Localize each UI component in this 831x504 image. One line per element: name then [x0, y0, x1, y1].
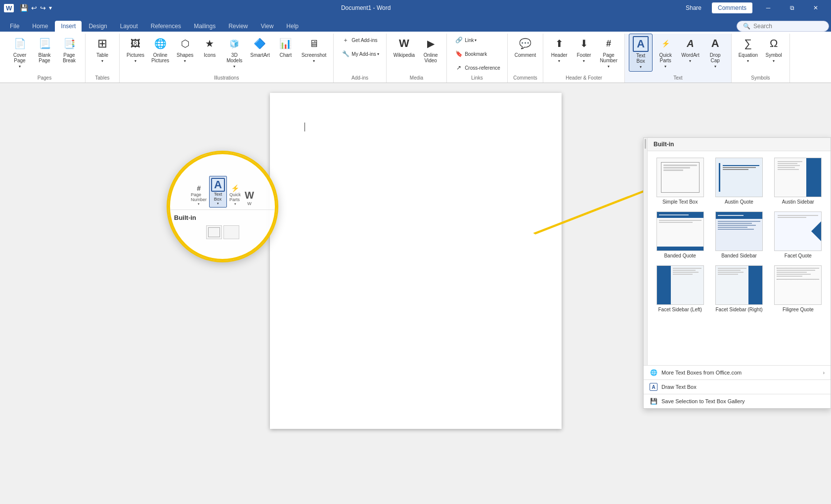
group-text-items: A TextBox ▾ ⚡ QuickParts ▾ A WordArt ▾ A… — [629, 34, 727, 74]
document-title: Document1 - Word — [341, 4, 391, 11]
restore-button[interactable]: ⧉ — [781, 0, 803, 16]
screenshot-button[interactable]: 🖥 Screenshot ▾ — [299, 34, 330, 65]
save-selection-icon: 💾 — [650, 397, 657, 405]
my-addins-button[interactable]: 🔧 My Add-ins ▾ — [338, 47, 382, 60]
group-header-footer: ⬆ Header ▾ ⬇ Footer ▾ # PageNumber ▾ Hea… — [543, 34, 625, 83]
more-text-boxes-item[interactable]: 🌐 More Text Boxes from Office.com › — [644, 365, 831, 379]
tab-mailings[interactable]: Mailings — [188, 21, 221, 32]
comments-button[interactable]: Comments — [711, 2, 753, 14]
tab-layout[interactable]: Layout — [114, 21, 144, 32]
tab-insert[interactable]: Insert — [55, 21, 82, 32]
tab-file[interactable]: File — [4, 21, 25, 32]
links-group-label: Links — [451, 74, 503, 81]
online-video-button[interactable]: ▶ OnlineVideo — [419, 34, 442, 65]
icons-icon: ★ — [202, 36, 218, 51]
group-symbols-items: ∑ Equation ▾ Ω Symbol ▾ — [736, 34, 786, 74]
get-addins-button[interactable]: ＋ Get Add-ins — [338, 34, 380, 46]
panel-item-facet-sidebar-right[interactable]: Facet Sidebar (Right) — [710, 263, 767, 315]
cross-reference-icon: ↗ — [454, 63, 464, 73]
panel-scrollbar[interactable] — [644, 138, 648, 365]
cross-reference-button[interactable]: ↗ Cross-reference — [451, 61, 503, 74]
share-button[interactable]: Share — [680, 2, 707, 13]
scrollbar-thumb[interactable] — [645, 139, 646, 149]
wordart-button[interactable]: A WordArt ▾ — [678, 34, 702, 65]
tab-review[interactable]: Review — [222, 21, 254, 32]
page-number-icon: # — [601, 36, 616, 51]
tab-design[interactable]: Design — [83, 21, 113, 32]
cover-page-button[interactable]: 📄 CoverPage ▾ — [8, 34, 32, 71]
document-page[interactable] — [270, 93, 562, 429]
tab-references[interactable]: References — [145, 21, 187, 32]
close-button[interactable]: ✕ — [804, 0, 827, 16]
panel-item-austin-quote[interactable]: Austin Quote — [710, 155, 767, 207]
word-logo-icon: W — [4, 4, 14, 12]
circle-quick-parts-label: QuickParts — [229, 192, 241, 202]
panel-item-banded-sidebar[interactable]: Banded Sidebar — [710, 209, 767, 261]
cover-page-dropdown[interactable]: ▾ — [19, 64, 21, 69]
text-box-button[interactable]: A TextBox ▾ — [629, 34, 653, 72]
drop-cap-button[interactable]: A DropCap ▾ — [703, 34, 727, 71]
panel-grid: Simple Text Box — [648, 151, 831, 319]
facet-sidebar-left-thumb — [656, 265, 704, 305]
panel-item-filigree-quote[interactable]: Filigree Quote — [770, 263, 827, 315]
search-input[interactable] — [753, 23, 823, 30]
panel-item-facet-sidebar-left[interactable]: Facet Sidebar (Left) — [652, 263, 708, 315]
tab-view[interactable]: View — [255, 21, 280, 32]
page-break-button[interactable]: 📑 PageBreak — [57, 34, 81, 65]
tab-help[interactable]: Help — [280, 21, 305, 32]
table-button[interactable]: ⊞ Table ▾ — [89, 34, 115, 65]
panel-item-facet-quote[interactable]: Facet Quote — [770, 209, 827, 261]
facet-sidebar-right-thumb — [715, 265, 763, 305]
panel-item-banded-quote[interactable]: Banded Quote — [652, 209, 708, 261]
banded-quote-thumb — [656, 211, 704, 251]
group-text: A TextBox ▾ ⚡ QuickParts ▾ A WordArt ▾ A… — [625, 34, 732, 83]
text-cursor — [305, 123, 305, 131]
my-addins-icon: 🔧 — [341, 49, 350, 59]
pictures-button[interactable]: 🖼 Pictures ▾ — [124, 34, 147, 65]
get-addins-icon: ＋ — [341, 35, 350, 45]
window-controls: ─ ⧉ ✕ — [757, 0, 827, 16]
redo-icon[interactable]: ↪ — [40, 4, 46, 12]
equation-button[interactable]: ∑ Equation ▾ — [736, 34, 761, 65]
circle-text-box-icon: A — [211, 178, 225, 192]
symbol-button[interactable]: Ω Symbol ▾ — [762, 34, 786, 65]
tab-home[interactable]: Home — [26, 21, 54, 32]
chart-button[interactable]: 📊 Chart — [274, 34, 298, 60]
page-number-button[interactable]: # PageNumber ▾ — [597, 34, 620, 71]
austin-sidebar-thumb — [774, 158, 822, 197]
save-icon[interactable]: 💾 — [20, 4, 28, 12]
panel-header: Built-in — [648, 138, 831, 151]
filigree-quote-thumb — [774, 265, 822, 305]
footer-button[interactable]: ⬇ Footer ▾ — [572, 34, 596, 65]
comment-button[interactable]: 💬 Comment — [512, 34, 539, 60]
circle-mini-content: # PageNumber ▾ A TextBox ▾ ⚡ QuickParts … — [170, 174, 275, 210]
online-pictures-button[interactable]: 🌐 OnlinePictures — [148, 34, 172, 65]
link-button[interactable]: 🔗 Link ▾ — [451, 34, 480, 46]
quick-parts-button[interactable]: ⚡ QuickParts ▾ — [654, 34, 677, 71]
table-dropdown[interactable]: ▾ — [101, 59, 103, 63]
austin-sidebar-label: Austin Sidebar — [782, 199, 814, 205]
shapes-button[interactable]: ⬡ Shapes ▾ — [173, 34, 197, 65]
group-tables-items: ⊞ Table ▾ — [89, 34, 115, 74]
3d-models-button[interactable]: 🧊 3DModels ▾ — [222, 34, 246, 71]
text-box-dropdown-panel: Built-in — [643, 137, 831, 409]
panel-item-austin-sidebar[interactable]: Austin Sidebar — [770, 155, 827, 207]
panel-item-simple-text-box[interactable]: Simple Text Box — [652, 155, 708, 207]
group-illustrations-items: 🖼 Pictures ▾ 🌐 OnlinePictures ⬡ Shapes ▾… — [124, 34, 329, 74]
icons-button[interactable]: ★ Icons — [198, 34, 221, 60]
customize-icon[interactable]: ▾ — [49, 4, 52, 11]
undo-icon[interactable]: ↩ — [31, 4, 37, 12]
smartart-button[interactable]: 🔷 SmartArt — [247, 34, 272, 60]
save-selection-item[interactable]: 💾 Save Selection to Text Box Gallery — [644, 394, 831, 408]
text-group-label: Text — [629, 74, 727, 81]
simple-text-box-thumb — [656, 158, 704, 197]
title-bar-left: W 💾 ↩ ↪ ▾ — [4, 4, 52, 12]
blank-page-button[interactable]: 📃 BlankPage — [33, 34, 56, 65]
online-video-icon: ▶ — [423, 36, 438, 51]
chart-icon: 📊 — [278, 36, 294, 51]
wikipedia-button[interactable]: W Wikipedia — [391, 34, 418, 60]
header-button[interactable]: ⬆ Header ▾ — [547, 34, 571, 65]
minimize-button[interactable]: ─ — [757, 0, 780, 16]
draw-text-box-item[interactable]: A Draw Text Box — [644, 379, 831, 394]
bookmark-button[interactable]: 🔖 Bookmark — [451, 47, 490, 60]
